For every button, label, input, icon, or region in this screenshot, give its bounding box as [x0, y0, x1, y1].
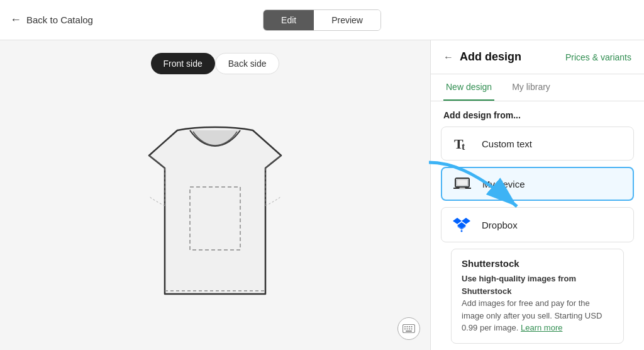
- add-design-from-label: Add design from...: [431, 101, 644, 127]
- my-device-option[interactable]: My device: [441, 167, 634, 201]
- svg-marker-22: [457, 223, 466, 230]
- text-icon: T t: [452, 136, 472, 151]
- app-header: ← Back to Catalog Edit Preview: [0, 0, 644, 40]
- panel-tabs: New design My library: [431, 74, 644, 101]
- side-selector: Front side Back side: [151, 53, 280, 74]
- canvas-area: Front side Back side: [0, 40, 430, 350]
- shutterstock-learn-more-link[interactable]: Learn more: [521, 323, 562, 332]
- svg-rect-8: [409, 326, 410, 327]
- add-design-title: Add design: [460, 50, 521, 64]
- keyboard-icon: [402, 324, 415, 333]
- right-panel-header: ← Add design Prices & variants: [431, 40, 644, 74]
- keyboard-icon-button[interactable]: [397, 317, 420, 340]
- svg-rect-10: [404, 329, 406, 330]
- preview-button[interactable]: Preview: [314, 10, 380, 30]
- edit-button[interactable]: Edit: [264, 10, 314, 30]
- shutterstock-desc-bold: Use high-quality images from Shutterstoc…: [462, 274, 576, 296]
- shutterstock-option[interactable]: Shutterstock Use high-quality images fro…: [451, 249, 624, 344]
- svg-rect-13: [411, 329, 413, 330]
- svg-rect-12: [409, 329, 410, 330]
- shutterstock-description: Use high-quality images from Shutterstoc…: [462, 273, 613, 334]
- edit-preview-toggle: Edit Preview: [263, 9, 381, 31]
- main-content: Front side Back side: [0, 40, 644, 350]
- prices-variants-link[interactable]: Prices & variants: [565, 52, 631, 62]
- svg-rect-11: [407, 329, 408, 330]
- back-arrow-icon: ←: [10, 13, 21, 26]
- back-to-catalog-label: Back to Catalog: [26, 14, 93, 25]
- right-panel: ← Add design Prices & variants New desig…: [430, 40, 644, 350]
- dropbox-option[interactable]: Dropbox: [441, 207, 634, 242]
- tab-new-design[interactable]: New design: [443, 74, 494, 101]
- tshirt-canvas: [121, 74, 309, 350]
- back-side-button[interactable]: Back side: [215, 53, 280, 74]
- custom-text-label: Custom text: [482, 138, 532, 149]
- svg-point-23: [461, 230, 463, 232]
- svg-rect-14: [406, 330, 412, 332]
- shutterstock-title: Shutterstock: [462, 258, 613, 269]
- svg-rect-9: [411, 326, 413, 327]
- design-options-list: T t Custom text My device: [431, 127, 644, 350]
- panel-back-arrow-icon[interactable]: ←: [443, 52, 453, 63]
- dropbox-icon: [452, 217, 472, 233]
- svg-rect-18: [457, 179, 468, 186]
- dropbox-label: Dropbox: [482, 220, 518, 230]
- my-device-label: My device: [482, 179, 525, 189]
- back-to-catalog-button[interactable]: ← Back to Catalog: [10, 13, 263, 26]
- tab-my-library[interactable]: My library: [509, 74, 553, 101]
- svg-rect-6: [404, 326, 406, 327]
- svg-rect-7: [407, 326, 408, 327]
- laptop-icon: [452, 177, 472, 191]
- svg-text:t: t: [462, 141, 465, 151]
- tshirt-svg: [121, 105, 309, 319]
- custom-text-option[interactable]: T t Custom text: [441, 127, 634, 161]
- add-design-title-row: ← Add design: [443, 50, 521, 64]
- front-side-button[interactable]: Front side: [151, 53, 215, 74]
